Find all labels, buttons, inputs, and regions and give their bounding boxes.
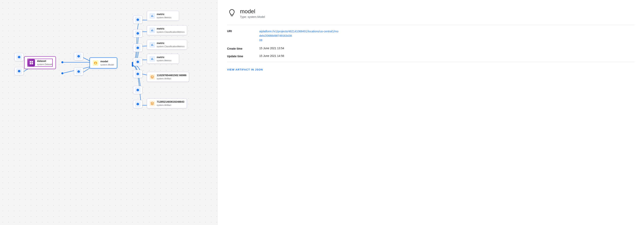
metric-2-title: metric [157,27,184,30]
metric-icon [150,42,155,48]
detail-panel: model Type: system.Model URI aiplatform:… [217,0,644,225]
metric-4-title: metric [157,56,171,59]
artifact-1-subtitle: system.Artifact [157,77,186,80]
cube-icon [76,53,82,59]
model-subtitle: system.Model [100,63,114,66]
cube-node-left-top[interactable] [14,53,24,61]
metric-node-1[interactable]: metric system.Metrics [147,11,179,21]
artifact-icon [150,74,155,80]
metric-node-4[interactable]: metric system.Metrics [147,54,179,64]
cube-icon [76,69,82,74]
uri-label: URI [227,29,251,33]
dataset-icon [28,59,35,66]
uri-row: URI aiplatform://v1/projects/46214106849… [227,29,634,43]
graph-canvas[interactable]: dataset system.Dataset [0,0,217,225]
svg-rect-21 [32,63,33,64]
panel-model-icon [227,8,237,18]
dataset-subtitle: system.Dataset [37,63,52,66]
cube-node-out-5[interactable] [133,70,142,78]
panel-type: Type: system.Model [240,15,265,18]
cube-node-mid-top[interactable] [74,52,83,60]
update-time-label: Update time [227,54,251,58]
artifact-1-title: 110297654481502 66986 [157,74,186,77]
dataset-node[interactable]: dataset system.Dataset [24,56,56,69]
svg-rect-19 [32,61,33,62]
metric-icon [150,56,155,62]
artifact-2-subtitle: system.Artifact [157,104,184,106]
cube-node-out-4[interactable] [133,58,142,66]
cube-icon [16,54,22,60]
cube-icon [135,30,140,36]
update-time-value: 15 June 2021 14:56 [259,54,634,57]
svg-point-13 [61,72,63,74]
model-title: model [100,60,114,63]
panel-divider-1 [227,25,634,25]
metric-node-2[interactable]: metric system.ClassificationMetrics [147,25,187,35]
metric-node-3[interactable]: metric system.ClassificationMetrics [147,40,187,50]
create-time-label: Create time [227,47,251,50]
artifact-node-1[interactable]: 110297654481502 66986 system.Artifact [147,72,189,82]
model-node[interactable]: model system.Model [90,57,117,68]
cube-icon [135,45,140,51]
cube-icon [135,87,140,93]
artifact-icon [150,101,155,106]
cube-node-out-2[interactable] [133,29,142,37]
artifact-2-title: 7128521483619248843 [157,100,184,104]
cube-node-out-3[interactable] [133,44,142,52]
cube-node-out-1[interactable] [133,16,142,24]
panel-divider-2 [227,62,634,62]
model-icon [93,60,98,66]
cube-node-left-bottom[interactable] [14,67,24,75]
metric-1-subtitle: system.Metrics [157,16,171,19]
cube-node-out-7[interactable] [133,100,142,108]
svg-point-12 [61,61,63,63]
cube-icon [135,17,140,22]
svg-rect-18 [30,61,31,62]
uri-link[interactable]: aiplatform://v1/projects/462141068491/lo… [259,29,340,43]
artifact-node-2[interactable]: 7128521483619248843 system.Artifact [147,98,187,108]
cube-node-mid-bottom[interactable] [74,67,83,75]
metric-1-title: metric [157,13,171,16]
metric-4-subtitle: system.Metrics [157,59,171,62]
create-time-row: Create time 15 June 2021 13:54 [227,47,634,50]
metric-3-subtitle: system.ClassificationMetrics [157,45,184,48]
panel-title: model [240,8,265,15]
panel-header: model Type: system.Model [227,8,634,18]
dataset-title: dataset [37,59,52,63]
svg-rect-20 [30,63,31,64]
metric-3-title: metric [157,42,184,45]
metric-icon [150,27,155,33]
cube-icon [135,59,140,65]
cube-node-out-6[interactable] [133,86,142,94]
cube-icon [16,68,22,74]
cube-icon [135,101,140,107]
metric-2-subtitle: system.ClassificationMetrics [157,30,184,33]
metric-icon [150,13,155,19]
view-json-button[interactable]: VIEW ARTIFACT IN JSON [227,68,263,71]
update-time-row: Update time 15 June 2021 14:56 [227,54,634,58]
create-time-value: 15 June 2021 13:54 [259,47,634,50]
cube-icon [135,71,140,77]
